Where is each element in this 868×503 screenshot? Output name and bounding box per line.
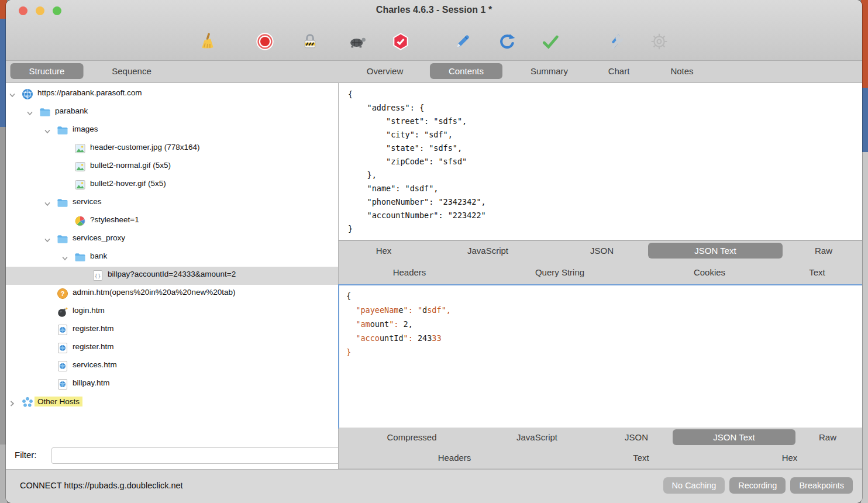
image-icon	[74, 161, 86, 173]
chevron-right-icon[interactable]	[9, 399, 16, 406]
window-chrome: Charles 4.6.3 - Session 1 *	[6, 0, 862, 61]
top-tab-strip: StructureSequence OverviewContentsSummar…	[6, 61, 862, 83]
clear-session-broom-icon[interactable]	[198, 32, 216, 51]
request-tab-headers[interactable]: Headers	[385, 264, 435, 280]
chevron-down-icon[interactable]	[44, 199, 51, 206]
response-tab-text[interactable]: Text	[625, 450, 657, 466]
tree-item-label: register.htm	[73, 342, 114, 351]
response-tab-row-2: HeadersTextHex	[6, 428, 862, 468]
response-tab-hex[interactable]: Hex	[774, 450, 806, 466]
response-tab-headers[interactable]: Headers	[430, 450, 480, 466]
status-bar: CONNECT https://pubads.g.doubleclick.net…	[6, 469, 862, 503]
validate-check-icon[interactable]	[541, 32, 560, 51]
tree-item-register-htm[interactable]: register.htm	[6, 339, 338, 357]
chevron-down-icon[interactable]	[26, 109, 33, 116]
tree-item--stylesheet-1[interactable]: ?stylesheet=1	[6, 212, 338, 230]
htmdoc-icon	[57, 378, 68, 390]
chevron-down-icon[interactable]	[9, 91, 16, 98]
image-icon	[74, 143, 86, 154]
globe-icon	[22, 88, 33, 100]
record-icon[interactable]	[256, 32, 274, 51]
window-title: Charles 4.6.3 - Session 1 *	[6, 5, 862, 15]
tree-item-billpay-htm[interactable]: billpay.htm	[6, 375, 338, 394]
htmdoc-icon	[57, 324, 68, 336]
request-tab-cookies[interactable]: Cookies	[686, 264, 733, 280]
folder-icon	[39, 106, 51, 118]
tools-icon[interactable]	[606, 32, 625, 51]
status-text: CONNECT https://pubads.g.doubleclick.net	[20, 481, 183, 490]
no-caching-toggle-button[interactable]: No Caching	[663, 477, 725, 494]
tree-item-bullet2-hover-gif-5x5-[interactable]: bullet2-hover.gif (5x5)	[6, 176, 338, 194]
request-tab-query-string[interactable]: Query String	[527, 264, 593, 280]
hosts-icon	[22, 397, 33, 408]
tree-item-label: ?stylesheet=1	[90, 215, 139, 224]
tree-item-label: bullet2-hover.gif (5x5)	[90, 179, 166, 188]
request-body-pane[interactable]: { "address": { "street": "sdfs", "city":…	[339, 83, 862, 240]
compose-pen-icon[interactable]	[453, 32, 472, 51]
settings-gear-icon[interactable]	[650, 32, 669, 51]
image-icon	[74, 179, 86, 191]
tree-item-label: services.htm	[73, 360, 117, 369]
recording-toggle-button[interactable]: Recording	[729, 477, 786, 494]
tree-item-services-htm[interactable]: services.htm	[6, 357, 338, 375]
tree-item-label: Other Hosts	[35, 397, 82, 406]
screen: Charles 4.6.3 - Session 1 * StructureSeq…	[0, 0, 868, 503]
tree-item-images[interactable]: images	[6, 122, 338, 140]
tree-item-services[interactable]: services	[6, 194, 338, 212]
status-buttons: No CachingRecordingBreakpoints	[663, 477, 853, 494]
tree-item-parabank[interactable]: parabank	[6, 104, 338, 122]
tab-chart[interactable]: Chart	[600, 63, 638, 79]
tree-item-label: https://parabank.parasoft.com	[37, 88, 142, 97]
htmdoc-icon	[57, 342, 68, 354]
tab-summary[interactable]: Summary	[522, 63, 576, 79]
tree-item-admin-htm-opens-20in-20a-20new-20tab-[interactable]: ?admin.htm(opens%20in%20a%20new%20tab)	[6, 285, 338, 303]
tree-item-login-htm[interactable]: login.htm	[6, 303, 338, 321]
request-tab-text[interactable]: Text	[801, 264, 833, 280]
tree-item-label: parabank	[55, 106, 88, 115]
folder-icon	[57, 125, 68, 136]
bomb-icon	[57, 306, 68, 318]
tree-item-label: billpay.htm	[73, 378, 110, 387]
tab-structure[interactable]: Structure	[11, 63, 84, 79]
breakpoints-badge-icon[interactable]	[391, 32, 410, 51]
tree-item-label: header-customer.jpg (778x164)	[90, 143, 200, 151]
ssl-proxy-lock-icon[interactable]	[301, 32, 319, 51]
tab-sequence[interactable]: Sequence	[104, 63, 160, 79]
tree-item-register-htm[interactable]: register.htm	[6, 321, 338, 339]
breakpoints-toggle-button[interactable]: Breakpoints	[790, 477, 853, 494]
tree-item-label: services	[73, 197, 102, 206]
svg-text:?: ?	[60, 290, 64, 297]
response-view-tabbar: CompressedJavaScriptJSONJSON TextRaw Hea…	[339, 428, 862, 469]
stylesheet-icon	[74, 215, 86, 227]
chevron-down-icon[interactable]	[44, 127, 51, 134]
charles-window: Charles 4.6.3 - Session 1 * StructureSeq…	[6, 0, 862, 503]
repeat-refresh-icon[interactable]	[498, 32, 516, 51]
tree-item-bullet2-normal-gif-5x5-[interactable]: bullet2-normal.gif (5x5)	[6, 158, 338, 176]
tab-contents[interactable]: Contents	[430, 63, 502, 79]
tree-item-https-parabank-parasoft-com[interactable]: https://parabank.parasoft.com	[6, 85, 338, 104]
tree-item-label: register.htm	[73, 324, 114, 333]
folder-icon	[57, 197, 68, 209]
throttle-turtle-icon[interactable]	[348, 32, 367, 51]
tree-item-label: images	[73, 125, 98, 133]
tree-item-label: login.htm	[73, 306, 105, 315]
tree-item-label: admin.htm(opens%20in%20a%20new%20tab)	[73, 288, 235, 297]
htmdoc-icon	[57, 360, 68, 372]
request-view-tabbar: HexJavaScriptJSONJSON TextRaw HeadersQue…	[339, 240, 862, 285]
tab-notes[interactable]: Notes	[662, 63, 701, 79]
request-tab-row-2: HeadersQuery StringCookiesText	[6, 241, 862, 285]
response-json-text: { "payeeName": "dsdf", "amount": 2, "acc…	[339, 285, 862, 359]
tree-item-header-customer-jpg-778x164-[interactable]: header-customer.jpg (778x164)	[6, 140, 338, 158]
tree-item-other-hosts[interactable]: Other Hosts	[6, 394, 338, 412]
question-icon: ?	[57, 288, 68, 299]
tab-overview[interactable]: Overview	[359, 63, 412, 79]
response-body-pane[interactable]: { "payeeName": "dsdf", "amount": 2, "acc…	[338, 284, 862, 429]
request-json-text: { "address": { "street": "sdfs", "city":…	[339, 83, 862, 236]
tree-item-label: bullet2-normal.gif (5x5)	[90, 161, 171, 170]
